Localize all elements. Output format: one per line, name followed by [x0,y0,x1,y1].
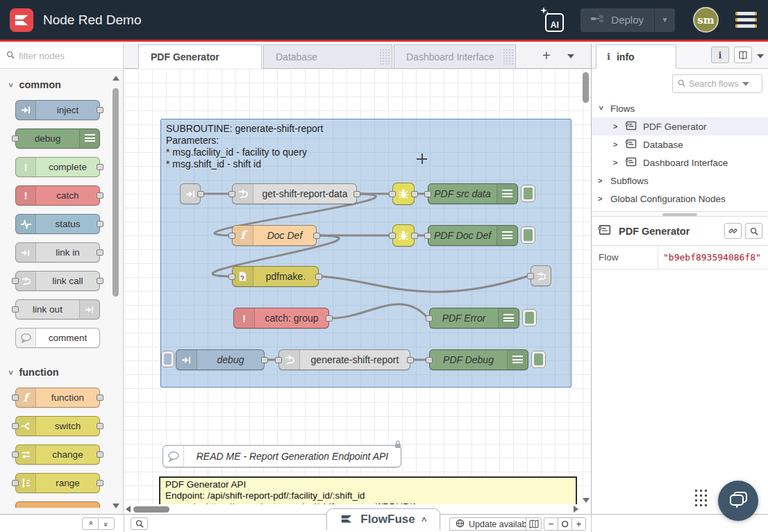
flow-property-row: Flow "b9ebf893594086f8" [592,246,768,269]
property-label: Flow [592,246,658,269]
inject-button[interactable] [161,351,174,367]
palette-node-status[interactable]: status [15,214,100,234]
palette-node-link-in[interactable]: link in [15,242,100,263]
tree-item-flows[interactable]: > Flows [592,99,768,117]
flowfuse-panel-tab[interactable]: FlowFuse > [326,508,440,530]
info-view-button[interactable]: i [711,47,729,63]
chat-widget-button[interactable] [718,481,758,521]
main-menu-button[interactable] [734,9,758,31]
splitter-grab-handle[interactable] [662,213,697,216]
tab-list-caret[interactable] [567,50,574,60]
node-palette: > common inject debug ! complete ! catch [0,44,124,514]
canvas-vertical-scrollbar[interactable] [583,71,590,503]
tab-dashboard-interface[interactable]: Dashboard Interface [394,44,516,69]
node-generate-shift-report[interactable]: generate-shift-report [278,349,410,370]
node-pdfmake[interactable]: pdfmake. [232,266,319,287]
search-options-caret[interactable] [742,82,749,86]
help-book-button[interactable] [734,47,752,63]
app-title: Node Red Demo [43,13,142,28]
node-pdf-error[interactable]: PDF Error [429,308,519,329]
deploy-button[interactable]: Deploy ▼ [581,8,675,32]
node-pdf-src-data[interactable]: PDF src data [428,183,518,204]
search-icon [6,51,15,61]
palette-section-function[interactable]: > function [0,356,123,388]
palette-collapse-all-button[interactable]: » [82,517,99,530]
palette-node-link-call[interactable]: link call [15,271,100,291]
selected-flow-header: PDF Generator [592,217,768,246]
api-note-group[interactable]: PDF Generator API Endpoint: /api/shift-r… [159,476,577,504]
exclamation-icon: ! [16,158,36,176]
sidebar-options-caret[interactable] [757,50,764,60]
palette-scrollbar[interactable] [112,72,119,510]
palette-section-common[interactable]: > common [0,69,123,100]
copy-link-button[interactable] [724,223,742,239]
zoom-reset-button[interactable]: O [558,517,572,531]
lock-icon [394,440,402,451]
search-icon [678,78,685,89]
deploy-options-caret[interactable]: ▼ [654,8,675,32]
debug-toggle-button[interactable] [521,185,535,202]
palette-node-catch[interactable]: ! catch [15,185,100,206]
palette-scrollbar-thumb[interactable] [112,88,119,297]
node-pdf-doc-def[interactable]: PDF Doc Def [428,225,518,246]
add-flow-button[interactable]: + [542,49,551,63]
navigator-map-button[interactable] [526,517,542,531]
tree-item-subflows[interactable]: > Subflows [592,172,768,190]
sidebar-splitter[interactable] [592,211,768,217]
widget-drag-handle[interactable] [694,488,708,508]
vertical-scrollbar-thumb[interactable] [583,72,589,103]
debug-toggle-button[interactable] [531,351,546,368]
tree-item-database[interactable]: > Database [592,135,768,153]
palette-node-switch[interactable]: switch [15,416,100,436]
tree-item-global-configuration-nodes[interactable]: > Global Configuration Nodes [592,190,768,208]
flow-canvas[interactable]: SUBROUTINE: generate-shift-report Parame… [124,69,591,504]
zoom-in-button[interactable]: + [571,517,586,531]
node-pdf-debug[interactable]: PDF Debug [429,349,528,370]
chevron-right-icon: > [613,140,619,149]
tab-pdf-generator[interactable]: PDF Generator [138,44,262,69]
zoom-out-button[interactable]: − [544,517,558,531]
node-comment-readme[interactable]: READ ME - Report Generation Endpoint API [162,445,401,467]
chevron-down-icon: > [7,83,15,87]
node-inject-debug[interactable]: debug [176,349,265,370]
exclamation-icon: ! [16,186,36,205]
ai-icon: AI [545,13,564,32]
palette-node-template-partial[interactable] [15,501,100,508]
chevron-right-icon: > [598,194,604,203]
user-avatar[interactable]: sm [693,7,719,33]
palette-node-range[interactable]: range [15,473,100,493]
flow-search-input[interactable] [689,79,739,89]
node-link-in[interactable] [180,183,201,204]
ai-assistant-button[interactable]: AI [539,7,565,33]
change-icon [16,445,36,464]
debug-toggle-button[interactable] [521,226,535,244]
node-doc-def[interactable]: f Doc Def [232,225,317,246]
wire[interactable] [320,276,529,292]
palette-node-change[interactable]: change [15,444,100,465]
tree-item-dashboard-interface[interactable]: > Dashboard Interface [592,153,768,172]
palette-node-complete[interactable]: ! complete [15,157,100,177]
wire[interactable] [332,304,428,318]
palette-filter-input[interactable] [19,51,117,61]
node-trace-junction-2[interactable] [392,224,415,247]
node-get-shift-report-data[interactable]: get-shift-report-data [232,183,357,204]
horizontal-scrollbar-thumb[interactable] [133,506,169,513]
node-catch-group[interactable]: ! catch: group [233,308,329,329]
zoom-search-button[interactable] [131,517,148,530]
inject-icon [16,101,36,119]
palette-node-link-out[interactable]: link out [15,299,100,319]
palette-node-comment[interactable]: comment [15,328,100,348]
tab-info[interactable]: i info [596,44,676,69]
tree-item-pdf-generator[interactable]: > PDF Generator [592,117,768,135]
tab-database[interactable]: Database [263,44,392,69]
search-flow-button[interactable] [745,223,762,239]
flow-search-box[interactable] [672,74,762,93]
function-icon: f [16,388,36,407]
debug-toggle-button[interactable] [522,309,537,326]
palette-expand-all-button[interactable]: » [98,517,115,530]
node-link-out[interactable] [531,265,551,286]
palette-node-inject[interactable]: inject [15,100,100,120]
palette-node-debug[interactable]: debug [15,128,100,149]
node-trace-junction-1[interactable] [392,183,415,205]
palette-node-function[interactable]: f function [15,388,100,408]
